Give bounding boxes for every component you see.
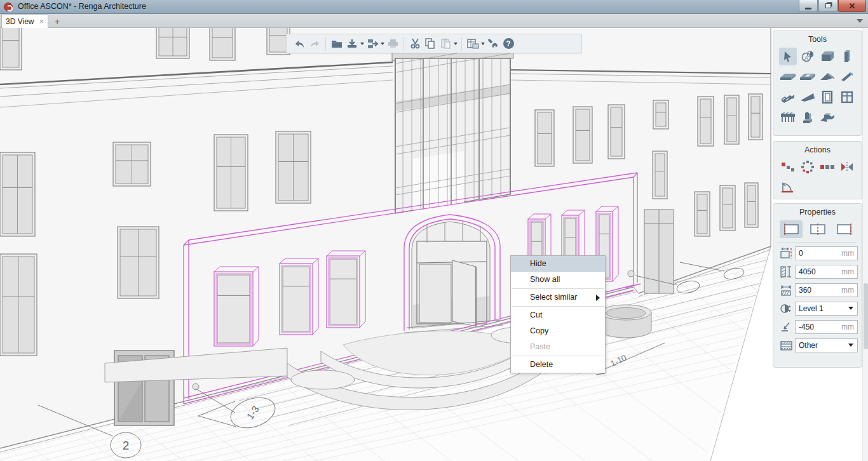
- move-action-button[interactable]: [779, 158, 797, 176]
- menu-item-copy[interactable]: Copy: [511, 323, 605, 339]
- beam-tool-button[interactable]: [838, 68, 856, 86]
- properties-panel-title: Properties: [773, 204, 862, 217]
- table-report-button[interactable]: [465, 36, 480, 51]
- save-icon: [346, 39, 358, 49]
- hatch-grid-tool-button[interactable]: [779, 109, 797, 126]
- 3d-viewport[interactable]: 2 1-3 1-10: [0, 0, 868, 461]
- floor-icon: [780, 72, 796, 82]
- paste-dropdown[interactable]: [453, 36, 458, 51]
- paste-icon: [440, 38, 451, 49]
- copy-button[interactable]: [423, 36, 438, 51]
- print-icon: [388, 39, 398, 49]
- thickness-field[interactable]: 360 mm: [795, 283, 858, 297]
- caret-down-icon: [381, 43, 384, 45]
- elevation-field[interactable]: -450 mm: [795, 320, 858, 334]
- tab-list-caret-icon[interactable]: [857, 19, 863, 23]
- railing-icon: [819, 112, 836, 123]
- restore-button[interactable]: [818, 0, 837, 12]
- minimize-button[interactable]: [799, 0, 818, 12]
- height-unit: mm: [841, 267, 854, 276]
- close-button[interactable]: ✕: [838, 0, 866, 12]
- settings-button[interactable]: [485, 36, 501, 51]
- roof-tool-button[interactable]: [818, 68, 836, 86]
- column-tool-button[interactable]: [838, 48, 856, 65]
- menu-separator: [512, 288, 604, 289]
- redo-button[interactable]: [307, 36, 322, 51]
- level-row: Level 1: [773, 299, 862, 317]
- assembly-tool-button[interactable]: [799, 109, 817, 126]
- level-select[interactable]: Level 1: [795, 302, 858, 316]
- export-dropdown[interactable]: [380, 36, 385, 51]
- menu-item-paste[interactable]: Paste: [511, 339, 605, 355]
- paste-button[interactable]: [438, 36, 453, 51]
- redo-icon: [309, 39, 321, 49]
- undo-button[interactable]: [292, 36, 307, 51]
- menu-item-show-all[interactable]: Show all: [511, 272, 605, 288]
- style-tool-button[interactable]: A: [799, 48, 817, 65]
- stairs-tool-button[interactable]: [779, 88, 797, 106]
- cut-button[interactable]: [407, 36, 423, 51]
- level-icon: [778, 302, 795, 316]
- tab-close-icon[interactable]: ×: [39, 17, 44, 26]
- rotate-action-button[interactable]: [779, 178, 797, 196]
- new-tab-button[interactable]: +: [51, 15, 64, 28]
- height-field[interactable]: 4050 mm: [795, 265, 858, 279]
- material-select[interactable]: Other: [795, 338, 858, 352]
- circular-array-icon: [801, 160, 815, 174]
- tools-panel-title: Tools: [773, 31, 862, 44]
- title-bar: Office ASCON* - Renga Architecture ✕: [0, 0, 868, 14]
- move-icon: [781, 161, 795, 173]
- window-tool-button[interactable]: [838, 88, 856, 106]
- wall-tool-button[interactable]: [818, 48, 836, 65]
- properties-separator: [778, 242, 857, 243]
- tools-panel: Tools A: [773, 30, 862, 136]
- round-planter: [600, 305, 651, 338]
- align-left-toggle[interactable]: [780, 220, 803, 238]
- selection-grip[interactable]: [628, 271, 634, 277]
- export-button[interactable]: [365, 36, 380, 51]
- window-icon: [841, 91, 853, 104]
- stairs-icon: [780, 91, 796, 103]
- scissors-icon: [410, 38, 421, 49]
- curtain-wall-tower: [392, 44, 513, 216]
- menu-item-select-similar[interactable]: Select similar: [511, 290, 605, 305]
- floor-opening-tool-button[interactable]: [799, 68, 817, 86]
- menu-item-delete[interactable]: Delete: [511, 357, 605, 373]
- toolbar-separator: [461, 37, 462, 51]
- offset-field[interactable]: 0 mm: [795, 246, 858, 260]
- roof-icon: [820, 71, 835, 83]
- table-icon: [467, 39, 479, 49]
- open-button[interactable]: [329, 36, 344, 51]
- linear-array-action-button[interactable]: [818, 158, 836, 176]
- align-center-toggle[interactable]: [806, 220, 829, 238]
- mirror-action-button[interactable]: [838, 158, 856, 176]
- door-tool-button[interactable]: [818, 88, 836, 106]
- menu-item-hide[interactable]: Hide: [511, 256, 605, 272]
- floor-opening-icon: [799, 72, 816, 82]
- tab-3d-view[interactable]: 3D View ×: [1, 14, 48, 28]
- linear-array-icon: [820, 164, 835, 170]
- wall-location-toggles: [773, 217, 862, 238]
- level-value: Level 1: [799, 304, 824, 313]
- menu-separator: [512, 356, 604, 356]
- scrollbar-thumb[interactable]: [864, 283, 868, 349]
- print-button[interactable]: [385, 36, 400, 51]
- table-dropdown[interactable]: [480, 36, 485, 51]
- object-style-icon: A: [801, 50, 815, 63]
- railing-tool-button[interactable]: [818, 109, 836, 126]
- help-icon: ?: [503, 38, 514, 49]
- material-row: Other: [773, 336, 862, 354]
- help-button[interactable]: ?: [501, 36, 516, 51]
- save-dropdown[interactable]: [360, 36, 365, 51]
- save-button[interactable]: [344, 36, 360, 51]
- floor-tool-button[interactable]: [779, 68, 797, 86]
- submenu-arrow-icon: [596, 295, 600, 301]
- menu-item-cut[interactable]: Cut: [511, 307, 605, 323]
- ramp-tool-button[interactable]: [799, 88, 817, 106]
- select-tool-button[interactable]: [779, 48, 797, 65]
- vertical-scrollbar[interactable]: [862, 28, 868, 461]
- circular-array-action-button[interactable]: [799, 158, 817, 176]
- align-right-toggle[interactable]: [833, 220, 856, 238]
- close-icon: ✕: [849, 2, 856, 10]
- main-toolbar: ?: [286, 34, 582, 53]
